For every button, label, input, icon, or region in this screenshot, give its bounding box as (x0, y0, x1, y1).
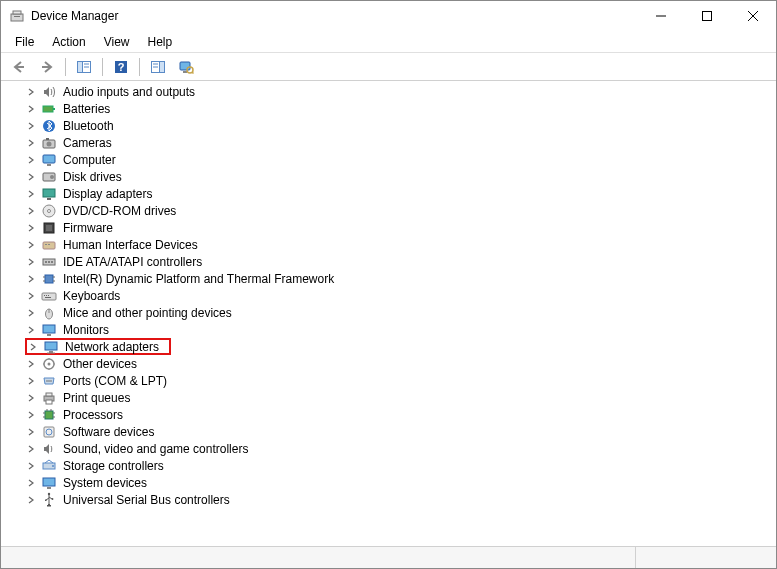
tree-item-processors[interactable]: Processors (25, 406, 129, 423)
svg-rect-53 (46, 295, 47, 296)
tree-item-disk[interactable]: Disk drives (25, 168, 128, 185)
tree-item-label: Network adapters (63, 340, 161, 354)
tree-item-label: Print queues (61, 391, 132, 405)
chevron-right-icon[interactable] (25, 239, 37, 251)
chevron-right-icon[interactable] (25, 409, 37, 421)
svg-rect-39 (43, 242, 55, 249)
tree-item-label: Computer (61, 153, 118, 167)
chevron-right-icon[interactable] (25, 273, 37, 285)
svg-rect-19 (180, 62, 190, 70)
minimize-button[interactable] (638, 1, 684, 31)
tree-item-system[interactable]: System devices (25, 474, 153, 491)
chevron-right-icon[interactable] (25, 324, 37, 336)
firmware-icon (41, 220, 57, 236)
menu-bar: File Action View Help (1, 31, 776, 53)
tree-item-other[interactable]: Other devices (25, 355, 143, 372)
chevron-right-icon[interactable] (25, 375, 37, 387)
tree-item-computer[interactable]: Computer (25, 151, 122, 168)
action-pane-button[interactable] (146, 56, 170, 78)
svg-point-65 (48, 380, 50, 382)
menu-view[interactable]: View (96, 33, 138, 51)
svg-rect-30 (47, 164, 51, 166)
tree-item-label: Intel(R) Dynamic Platform and Thermal Fr… (61, 272, 336, 286)
chevron-right-icon[interactable] (25, 137, 37, 149)
system-icon (41, 475, 57, 491)
chevron-right-icon[interactable] (25, 171, 37, 183)
svg-rect-38 (46, 225, 52, 231)
tree-item-ports[interactable]: Ports (COM & LPT) (25, 372, 173, 389)
tree-item-hid[interactable]: Human Interface Devices (25, 236, 204, 253)
chevron-right-icon[interactable] (25, 392, 37, 404)
menu-action[interactable]: Action (44, 33, 93, 51)
svg-point-27 (47, 141, 52, 146)
menu-help[interactable]: Help (140, 33, 181, 51)
svg-point-85 (52, 498, 54, 500)
chevron-right-icon[interactable] (25, 154, 37, 166)
chevron-right-icon[interactable] (25, 222, 37, 234)
tree-item-label: Display adapters (61, 187, 154, 201)
tree-item-mice[interactable]: Mice and other pointing devices (25, 304, 238, 321)
tree-item-dvd[interactable]: DVD/CD-ROM drives (25, 202, 182, 219)
scan-hardware-button[interactable] (174, 56, 198, 78)
tree-item-label: Bluetooth (61, 119, 116, 133)
toolbar-separator (65, 58, 66, 76)
chevron-right-icon[interactable] (25, 205, 37, 217)
tree-item-audio[interactable]: Audio inputs and outputs (25, 83, 201, 100)
tree-item-bluetooth[interactable]: Bluetooth (25, 117, 120, 134)
chevron-right-icon[interactable] (25, 86, 37, 98)
chevron-right-icon[interactable] (25, 290, 37, 302)
svg-rect-4 (703, 12, 712, 21)
svg-rect-24 (53, 108, 55, 110)
tree-item-usb[interactable]: Universal Serial Bus controllers (25, 491, 236, 508)
port-icon (41, 373, 57, 389)
tree-item-firmware[interactable]: Firmware (25, 219, 119, 236)
chevron-right-icon[interactable] (25, 460, 37, 472)
tree-item-label: Processors (61, 408, 125, 422)
svg-rect-60 (45, 342, 57, 350)
keyboard-icon (41, 288, 57, 304)
chevron-right-icon[interactable] (25, 307, 37, 319)
svg-point-36 (48, 209, 51, 212)
tree-item-display[interactable]: Display adapters (25, 185, 158, 202)
chevron-right-icon[interactable] (25, 426, 37, 438)
chevron-right-icon[interactable] (25, 120, 37, 132)
forward-button[interactable] (35, 56, 59, 78)
svg-rect-16 (160, 61, 165, 72)
tree-item-intel[interactable]: Intel(R) Dynamic Platform and Thermal Fr… (25, 270, 340, 287)
help-button[interactable]: ? (109, 56, 133, 78)
tree-item-batteries[interactable]: Batteries (25, 100, 116, 117)
chevron-right-icon[interactable] (25, 256, 37, 268)
monitor-icon (41, 322, 57, 338)
device-tree[interactable]: Audio inputs and outputsBatteriesBluetoo… (1, 82, 776, 546)
chevron-right-icon[interactable] (25, 103, 37, 115)
chevron-right-icon[interactable] (25, 358, 37, 370)
maximize-button[interactable] (684, 1, 730, 31)
tree-item-print[interactable]: Print queues (25, 389, 136, 406)
toolbar: ? (1, 53, 776, 81)
chevron-right-icon[interactable] (25, 443, 37, 455)
tree-item-keyboards[interactable]: Keyboards (25, 287, 126, 304)
menu-file[interactable]: File (7, 33, 42, 51)
chevron-right-icon[interactable] (25, 188, 37, 200)
tree-item-monitors[interactable]: Monitors (25, 321, 115, 338)
svg-point-43 (45, 261, 47, 263)
tree-item-label: DVD/CD-ROM drives (61, 204, 178, 218)
close-button[interactable] (730, 1, 776, 31)
show-hide-tree-button[interactable] (72, 56, 96, 78)
tree-item-cameras[interactable]: Cameras (25, 134, 118, 151)
chevron-right-icon[interactable] (27, 341, 39, 353)
cpu-icon (41, 407, 57, 423)
tree-item-sound[interactable]: Sound, video and game controllers (25, 440, 254, 457)
tree-item-software[interactable]: Software devices (25, 423, 160, 440)
svg-text:?: ? (118, 61, 125, 73)
back-button[interactable] (7, 56, 31, 78)
chevron-right-icon[interactable] (25, 477, 37, 489)
svg-rect-41 (48, 244, 50, 245)
tree-item-ide[interactable]: IDE ATA/ATAPI controllers (25, 253, 208, 270)
svg-rect-2 (14, 16, 20, 17)
tree-item-network[interactable]: Network adapters (25, 338, 171, 355)
chevron-right-icon[interactable] (25, 494, 37, 506)
tree-item-label: System devices (61, 476, 149, 490)
svg-point-45 (51, 261, 53, 263)
tree-item-storage[interactable]: Storage controllers (25, 457, 170, 474)
